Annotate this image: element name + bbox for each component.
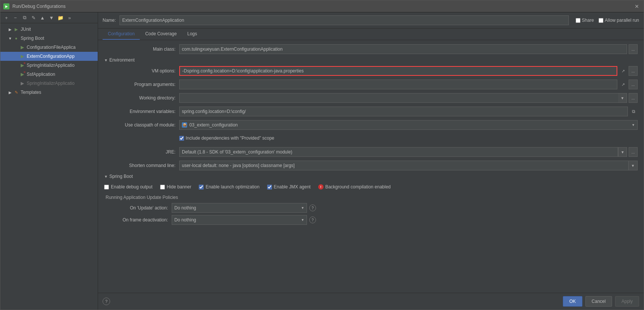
extern-config-icon: ▶ bbox=[19, 53, 25, 59]
program-args-row: Program arguments: ↗ ... bbox=[104, 79, 638, 90]
junit-icon: ▶ bbox=[13, 26, 19, 32]
enable-jmx-checkbox[interactable] bbox=[267, 185, 272, 190]
move-up-button[interactable]: ▲ bbox=[39, 14, 46, 21]
working-dir-input[interactable] bbox=[179, 93, 618, 103]
ok-button[interactable]: OK bbox=[563, 296, 582, 307]
enable-debug-text: Enable debug output bbox=[111, 184, 153, 190]
on-frame-help-icon[interactable]: ? bbox=[309, 217, 316, 223]
main-class-control: ... bbox=[179, 44, 638, 54]
program-args-expand-button[interactable]: ↗ bbox=[619, 80, 627, 89]
include-deps-checkbox[interactable] bbox=[179, 136, 184, 141]
tab-logs[interactable]: Logs bbox=[182, 29, 202, 40]
running-update-title: Running Application Update Policies bbox=[104, 195, 638, 200]
close-button[interactable]: ✕ bbox=[633, 3, 641, 10]
program-args-browse-button[interactable]: ... bbox=[629, 80, 638, 89]
vm-options-input[interactable] bbox=[179, 66, 617, 76]
bg-compilation-error-icon: ! bbox=[318, 184, 324, 190]
on-frame-select[interactable]: Do nothing ▼ bbox=[172, 215, 307, 225]
edit-templates-button[interactable]: ✎ bbox=[30, 14, 37, 21]
spring-init-1-icon: ▶ ✕ bbox=[19, 62, 25, 68]
env-vars-row: Environment variables: ⧉ bbox=[104, 106, 638, 117]
config-file-icon: ▶ bbox=[19, 44, 25, 50]
bg-compilation-group: ! Background compilation enabled bbox=[318, 184, 391, 190]
help-button[interactable]: ? bbox=[103, 298, 110, 305]
spring-boot-section-title: Spring Boot bbox=[109, 174, 133, 179]
enable-jmx-text: Enable JMX agent bbox=[274, 184, 311, 190]
more-button[interactable]: » bbox=[66, 14, 73, 21]
jre-input[interactable] bbox=[179, 147, 618, 157]
shorten-cmd-dropdown-button[interactable]: ▼ bbox=[629, 161, 638, 170]
sidebar-item-spring-init-2[interactable]: ▶ SpringInitializrApplicatio bbox=[0, 79, 98, 88]
enable-launch-label[interactable]: Enable launch optimization bbox=[199, 184, 259, 190]
main-class-browse-button[interactable]: ... bbox=[629, 44, 638, 54]
on-update-select[interactable]: Do nothing ▼ bbox=[172, 203, 307, 213]
main-class-input[interactable] bbox=[179, 44, 627, 54]
jre-dropdown-button[interactable]: ▼ bbox=[618, 147, 627, 157]
jre-browse-button[interactable]: ... bbox=[629, 147, 638, 157]
top-checkboxes: Share Allow parallel run bbox=[576, 18, 639, 23]
program-args-input[interactable] bbox=[179, 80, 617, 89]
spring-init-1-label: SpringInitializrApplicatio bbox=[27, 63, 74, 68]
sidebar-item-config-file[interactable]: ▶ ConfigurationFileApplica bbox=[0, 43, 98, 52]
vm-options-control: ↗ ... bbox=[179, 66, 638, 76]
vm-options-expand-button[interactable]: ↗ bbox=[619, 67, 627, 75]
folder-button[interactable]: 📁 bbox=[57, 14, 64, 21]
include-deps-row: Include dependencies with "Provided" sco… bbox=[104, 133, 638, 144]
spring-boot-section: ▼ Spring Boot Enable debug output Hide b… bbox=[104, 174, 638, 225]
remove-button[interactable]: − bbox=[12, 14, 19, 21]
cancel-button[interactable]: Cancel bbox=[585, 296, 612, 307]
add-button[interactable]: + bbox=[3, 14, 10, 21]
on-update-help-icon[interactable]: ? bbox=[309, 205, 316, 211]
name-input[interactable] bbox=[119, 15, 568, 25]
parallel-checkbox-label[interactable]: Allow parallel run bbox=[599, 18, 639, 23]
copy-config-button[interactable]: ⧉ bbox=[21, 14, 28, 21]
tab-code-coverage[interactable]: Code Coverage bbox=[140, 29, 182, 40]
environment-section-header[interactable]: ▼ Environment bbox=[104, 57, 638, 63]
sidebar-item-extern-config[interactable]: ▶ ExternConfigurationApp bbox=[0, 52, 98, 61]
jre-label: JRE: bbox=[104, 149, 179, 155]
share-checkbox-label[interactable]: Share bbox=[576, 18, 594, 23]
enable-launch-checkbox[interactable] bbox=[199, 185, 204, 190]
env-vars-control: ⧉ bbox=[179, 107, 638, 116]
name-field-label: Name: bbox=[103, 18, 116, 23]
parallel-checkbox[interactable] bbox=[599, 18, 603, 23]
sidebar-item-spring-boot[interactable]: ▼ ● Spring Boot bbox=[0, 34, 98, 43]
environment-section-title: Environment bbox=[109, 57, 135, 63]
sidebar-item-spring-init-1[interactable]: ▶ ✕ SpringInitializrApplicatio bbox=[0, 61, 98, 70]
env-vars-copy-button[interactable]: ⧉ bbox=[629, 107, 638, 116]
sidebar-item-junit[interactable]: ▶ ▶ JUnit bbox=[0, 25, 98, 34]
classpath-module-select[interactable]: 📦 03_extern_configuration ▼ bbox=[179, 120, 638, 130]
classpath-control: 📦 03_extern_configuration ▼ bbox=[179, 120, 638, 130]
spring-init-2-arrow bbox=[14, 81, 18, 86]
include-deps-checkbox-label[interactable]: Include dependencies with "Provided" sco… bbox=[179, 135, 274, 141]
on-frame-label: On frame deactivation: bbox=[104, 217, 172, 223]
hide-banner-checkbox[interactable] bbox=[160, 185, 165, 190]
working-dir-browse-button[interactable]: ... bbox=[629, 93, 638, 103]
bottom-left: ? bbox=[103, 298, 110, 305]
main-content: + − ⧉ ✎ ▲ ▼ 📁 » ▶ ▶ JUnit ▼ ● bbox=[0, 12, 644, 310]
env-vars-input[interactable] bbox=[179, 107, 628, 116]
working-dir-dropdown-button[interactable]: ▼ bbox=[618, 93, 627, 103]
sidebar-item-ssf[interactable]: ▶ ✕ SsfApplication bbox=[0, 70, 98, 79]
sidebar-item-templates[interactable]: ▶ ✎ Templates bbox=[0, 88, 98, 97]
run-debug-dialog: ▶ Run/Debug Configurations ✕ + − ⧉ ✎ ▲ ▼… bbox=[0, 0, 644, 310]
shorten-cmd-input[interactable] bbox=[179, 161, 629, 170]
program-args-control: ↗ ... bbox=[179, 80, 638, 89]
enable-jmx-label[interactable]: Enable JMX agent bbox=[267, 184, 311, 190]
move-down-button[interactable]: ▼ bbox=[48, 14, 55, 21]
spring-boot-section-header[interactable]: ▼ Spring Boot bbox=[104, 174, 638, 179]
bottom-bar: ? OK Cancel Apply bbox=[98, 293, 644, 310]
apply-button[interactable]: Apply bbox=[615, 296, 639, 307]
shorten-cmd-input-group: ▼ bbox=[179, 161, 638, 170]
share-checkbox[interactable] bbox=[576, 18, 581, 23]
enable-debug-label[interactable]: Enable debug output bbox=[104, 184, 153, 190]
vm-options-label: VM options: bbox=[104, 68, 179, 74]
spring-boot-arrow: ▼ bbox=[8, 36, 12, 41]
tabs: Configuration Code Coverage Logs bbox=[98, 29, 644, 40]
enable-debug-checkbox[interactable] bbox=[104, 185, 109, 190]
vm-options-browse-button[interactable]: ... bbox=[629, 66, 638, 76]
include-deps-control: Include dependencies with "Provided" sco… bbox=[179, 135, 638, 141]
spring-init-2-label: SpringInitializrApplicatio bbox=[27, 81, 74, 86]
hide-banner-label[interactable]: Hide banner bbox=[160, 184, 191, 190]
tab-configuration[interactable]: Configuration bbox=[103, 29, 140, 40]
